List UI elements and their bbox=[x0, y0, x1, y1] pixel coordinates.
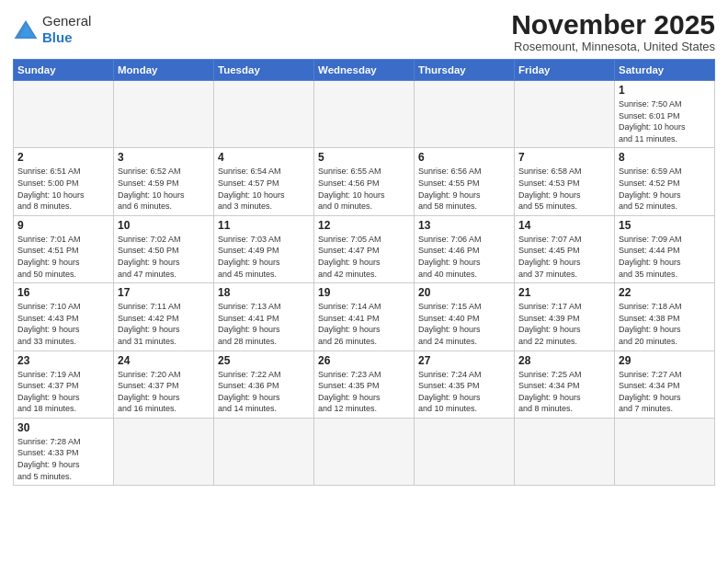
calendar-cell: 19Sunrise: 7:14 AM Sunset: 4:41 PM Dayli… bbox=[314, 283, 415, 350]
calendar-cell bbox=[114, 418, 214, 485]
week-row-4: 16Sunrise: 7:10 AM Sunset: 4:43 PM Dayli… bbox=[14, 283, 715, 350]
day-number: 23 bbox=[17, 354, 109, 367]
week-row-2: 2Sunrise: 6:51 AM Sunset: 5:00 PM Daylig… bbox=[14, 148, 715, 215]
day-number: 11 bbox=[218, 219, 310, 232]
day-number: 9 bbox=[17, 219, 109, 232]
calendar-cell bbox=[515, 81, 615, 148]
calendar-cell bbox=[214, 81, 314, 148]
day-number: 25 bbox=[218, 354, 310, 367]
day-info: Sunrise: 7:07 AM Sunset: 4:45 PM Dayligh… bbox=[518, 234, 610, 280]
title-section: November 2025 Rosemount, Minnesota, Unit… bbox=[511, 9, 715, 53]
col-thursday: Thursday bbox=[415, 60, 515, 81]
calendar-cell: 13Sunrise: 7:06 AM Sunset: 4:46 PM Dayli… bbox=[415, 215, 515, 282]
day-info: Sunrise: 6:59 AM Sunset: 4:52 PM Dayligh… bbox=[619, 166, 711, 212]
day-number: 13 bbox=[418, 219, 510, 232]
calendar-cell: 6Sunrise: 6:56 AM Sunset: 4:55 PM Daylig… bbox=[415, 148, 515, 215]
day-info: Sunrise: 6:55 AM Sunset: 4:56 PM Dayligh… bbox=[318, 166, 410, 212]
day-info: Sunrise: 7:50 AM Sunset: 6:01 PM Dayligh… bbox=[619, 98, 711, 144]
day-number: 15 bbox=[619, 219, 711, 232]
calendar-cell: 4Sunrise: 6:54 AM Sunset: 4:57 PM Daylig… bbox=[214, 148, 314, 215]
day-number: 28 bbox=[518, 354, 610, 367]
day-info: Sunrise: 7:15 AM Sunset: 4:40 PM Dayligh… bbox=[418, 301, 510, 347]
col-sunday: Sunday bbox=[14, 60, 114, 81]
calendar-cell bbox=[14, 81, 114, 148]
week-row-5: 23Sunrise: 7:19 AM Sunset: 4:37 PM Dayli… bbox=[14, 350, 715, 418]
day-info: Sunrise: 7:24 AM Sunset: 4:35 PM Dayligh… bbox=[418, 369, 510, 415]
calendar-cell: 15Sunrise: 7:09 AM Sunset: 4:44 PM Dayli… bbox=[615, 215, 715, 282]
col-friday: Friday bbox=[515, 60, 615, 81]
calendar-cell: 18Sunrise: 7:13 AM Sunset: 4:41 PM Dayli… bbox=[214, 283, 314, 350]
calendar-cell bbox=[114, 81, 214, 148]
day-info: Sunrise: 7:05 AM Sunset: 4:47 PM Dayligh… bbox=[318, 234, 410, 280]
calendar-cell: 5Sunrise: 6:55 AM Sunset: 4:56 PM Daylig… bbox=[314, 148, 415, 215]
page: General Blue November 2025 Rosemount, Mi… bbox=[0, 0, 728, 563]
day-number: 19 bbox=[318, 286, 410, 299]
day-number: 6 bbox=[418, 151, 510, 164]
day-number: 24 bbox=[118, 354, 210, 367]
day-info: Sunrise: 7:06 AM Sunset: 4:46 PM Dayligh… bbox=[418, 234, 510, 280]
calendar-cell: 7Sunrise: 6:58 AM Sunset: 4:53 PM Daylig… bbox=[515, 148, 615, 215]
day-info: Sunrise: 7:11 AM Sunset: 4:42 PM Dayligh… bbox=[118, 301, 210, 347]
location-subtitle: Rosemount, Minnesota, United States bbox=[511, 40, 715, 53]
calendar-cell: 9Sunrise: 7:01 AM Sunset: 4:51 PM Daylig… bbox=[14, 215, 114, 282]
calendar-cell: 22Sunrise: 7:18 AM Sunset: 4:38 PM Dayli… bbox=[615, 283, 715, 350]
day-info: Sunrise: 7:13 AM Sunset: 4:41 PM Dayligh… bbox=[218, 301, 310, 347]
day-info: Sunrise: 7:02 AM Sunset: 4:50 PM Dayligh… bbox=[118, 234, 210, 280]
day-info: Sunrise: 7:25 AM Sunset: 4:34 PM Dayligh… bbox=[518, 369, 610, 415]
logo: General Blue bbox=[13, 13, 91, 46]
day-info: Sunrise: 7:10 AM Sunset: 4:43 PM Dayligh… bbox=[17, 301, 109, 347]
calendar-cell: 21Sunrise: 7:17 AM Sunset: 4:39 PM Dayli… bbox=[515, 283, 615, 350]
logo-text: General Blue bbox=[42, 13, 91, 46]
day-number: 2 bbox=[17, 151, 109, 164]
day-number: 7 bbox=[518, 151, 610, 164]
day-number: 8 bbox=[619, 151, 711, 164]
day-number: 26 bbox=[318, 354, 410, 367]
col-monday: Monday bbox=[114, 60, 214, 81]
day-number: 14 bbox=[518, 219, 610, 232]
col-tuesday: Tuesday bbox=[214, 60, 314, 81]
calendar-cell: 14Sunrise: 7:07 AM Sunset: 4:45 PM Dayli… bbox=[515, 215, 615, 282]
calendar-cell bbox=[415, 418, 515, 485]
week-row-6: 30Sunrise: 7:28 AM Sunset: 4:33 PM Dayli… bbox=[14, 418, 715, 485]
day-info: Sunrise: 6:52 AM Sunset: 4:59 PM Dayligh… bbox=[118, 166, 210, 212]
calendar-cell bbox=[314, 81, 415, 148]
day-info: Sunrise: 6:56 AM Sunset: 4:55 PM Dayligh… bbox=[418, 166, 510, 212]
calendar-cell: 23Sunrise: 7:19 AM Sunset: 4:37 PM Dayli… bbox=[14, 350, 114, 418]
day-number: 3 bbox=[118, 151, 210, 164]
month-title: November 2025 bbox=[511, 9, 715, 40]
logo-blue: Blue bbox=[42, 29, 73, 45]
day-info: Sunrise: 7:03 AM Sunset: 4:49 PM Dayligh… bbox=[218, 234, 310, 280]
day-number: 22 bbox=[619, 286, 711, 299]
calendar-cell bbox=[314, 418, 415, 485]
day-info: Sunrise: 7:19 AM Sunset: 4:37 PM Dayligh… bbox=[17, 369, 109, 415]
calendar-cell: 20Sunrise: 7:15 AM Sunset: 4:40 PM Dayli… bbox=[415, 283, 515, 350]
calendar-header-row: Sunday Monday Tuesday Wednesday Thursday… bbox=[14, 60, 715, 81]
calendar-cell: 24Sunrise: 7:20 AM Sunset: 4:37 PM Dayli… bbox=[114, 350, 214, 418]
day-number: 17 bbox=[118, 286, 210, 299]
day-info: Sunrise: 7:14 AM Sunset: 4:41 PM Dayligh… bbox=[318, 301, 410, 347]
logo-general: General bbox=[42, 13, 91, 29]
day-number: 18 bbox=[218, 286, 310, 299]
day-number: 12 bbox=[318, 219, 410, 232]
day-info: Sunrise: 7:23 AM Sunset: 4:35 PM Dayligh… bbox=[318, 369, 410, 415]
calendar-cell: 27Sunrise: 7:24 AM Sunset: 4:35 PM Dayli… bbox=[415, 350, 515, 418]
calendar-cell: 16Sunrise: 7:10 AM Sunset: 4:43 PM Dayli… bbox=[14, 283, 114, 350]
header: General Blue November 2025 Rosemount, Mi… bbox=[13, 9, 715, 53]
calendar-cell: 29Sunrise: 7:27 AM Sunset: 4:34 PM Dayli… bbox=[615, 350, 715, 418]
calendar-cell: 8Sunrise: 6:59 AM Sunset: 4:52 PM Daylig… bbox=[615, 148, 715, 215]
calendar: Sunday Monday Tuesday Wednesday Thursday… bbox=[13, 59, 715, 486]
week-row-1: 1Sunrise: 7:50 AM Sunset: 6:01 PM Daylig… bbox=[14, 81, 715, 148]
calendar-cell bbox=[515, 418, 615, 485]
day-number: 10 bbox=[118, 219, 210, 232]
day-info: Sunrise: 6:58 AM Sunset: 4:53 PM Dayligh… bbox=[518, 166, 610, 212]
day-info: Sunrise: 7:22 AM Sunset: 4:36 PM Dayligh… bbox=[218, 369, 310, 415]
day-number: 29 bbox=[619, 354, 711, 367]
day-number: 20 bbox=[418, 286, 510, 299]
calendar-cell: 25Sunrise: 7:22 AM Sunset: 4:36 PM Dayli… bbox=[214, 350, 314, 418]
day-info: Sunrise: 6:51 AM Sunset: 5:00 PM Dayligh… bbox=[17, 166, 109, 212]
logo-icon bbox=[13, 18, 39, 40]
calendar-cell: 30Sunrise: 7:28 AM Sunset: 4:33 PM Dayli… bbox=[14, 418, 114, 485]
day-info: Sunrise: 7:20 AM Sunset: 4:37 PM Dayligh… bbox=[118, 369, 210, 415]
day-number: 21 bbox=[518, 286, 610, 299]
day-number: 16 bbox=[17, 286, 109, 299]
